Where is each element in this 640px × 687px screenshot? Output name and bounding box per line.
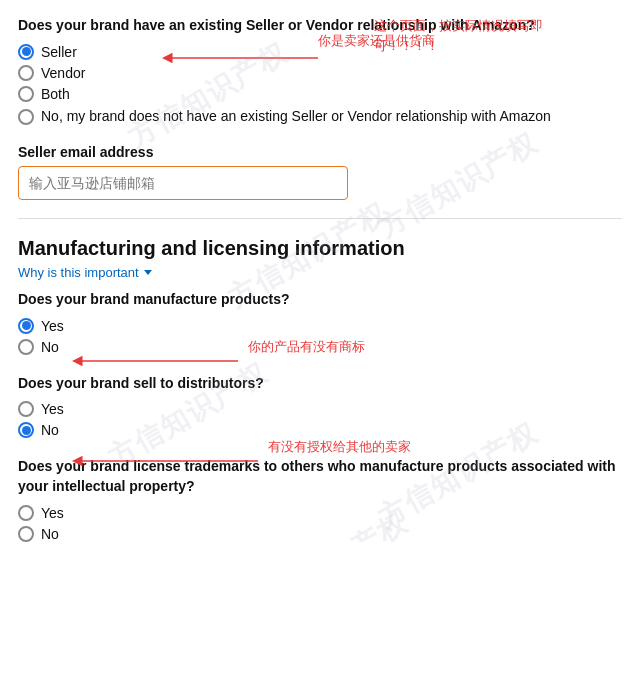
divider-1 — [18, 218, 622, 219]
dist-yes-label: Yes — [41, 401, 64, 417]
mfg-section: Manufacturing and licensing information … — [18, 237, 622, 541]
chevron-down-icon — [144, 270, 152, 275]
distributor-question: Does your brand sell to distributors? — [18, 374, 622, 394]
lic-no-option[interactable]: No — [18, 526, 622, 542]
both-radio[interactable] — [18, 86, 34, 102]
seller-email-input[interactable] — [18, 166, 348, 200]
why-important-link[interactable]: Why is this important — [18, 265, 152, 280]
dist-yes-radio[interactable] — [18, 401, 34, 417]
both-label: Both — [41, 86, 70, 102]
mfg-no-option[interactable]: No — [18, 339, 622, 355]
vendor-radio[interactable] — [18, 65, 34, 81]
seller-vendor-question: Does your brand have an existing Seller … — [18, 16, 622, 36]
dist-yes-option[interactable]: Yes — [18, 401, 622, 417]
seller-option[interactable]: Seller — [18, 44, 622, 60]
both-option[interactable]: Both — [18, 86, 622, 102]
dist-no-option[interactable]: No — [18, 422, 622, 438]
no-radio[interactable] — [18, 109, 34, 125]
why-important-label: Why is this important — [18, 265, 139, 280]
mfg-yes-option[interactable]: Yes — [18, 318, 622, 334]
seller-vendor-section: Does your brand have an existing Seller … — [18, 16, 622, 126]
lic-yes-option[interactable]: Yes — [18, 505, 622, 521]
seller-email-label: Seller email address — [18, 144, 622, 160]
vendor-label: Vendor — [41, 65, 85, 81]
lic-yes-label: Yes — [41, 505, 64, 521]
mfg-no-radio[interactable] — [18, 339, 34, 355]
seller-email-section: Seller email address 这个页面，按实际情况填写即可！！！！ — [18, 144, 622, 200]
seller-radio[interactable] — [18, 44, 34, 60]
vendor-option[interactable]: Vendor — [18, 65, 622, 81]
lic-no-label: No — [41, 526, 59, 542]
dist-no-label: No — [41, 422, 59, 438]
mfg-yes-radio[interactable] — [18, 318, 34, 334]
seller-label: Seller — [41, 44, 77, 60]
manufacture-question: Does your brand manufacture products? — [18, 290, 622, 310]
mfg-no-label: No — [41, 339, 59, 355]
lic-no-radio[interactable] — [18, 526, 34, 542]
no-label: No, my brand does not have an existing S… — [41, 107, 551, 127]
no-option[interactable]: No, my brand does not have an existing S… — [18, 107, 622, 127]
lic-yes-radio[interactable] — [18, 505, 34, 521]
dist-no-radio[interactable] — [18, 422, 34, 438]
mfg-yes-label: Yes — [41, 318, 64, 334]
mfg-section-title: Manufacturing and licensing information — [18, 237, 622, 260]
license-question: Does your brand license trademarks to ot… — [18, 457, 618, 496]
